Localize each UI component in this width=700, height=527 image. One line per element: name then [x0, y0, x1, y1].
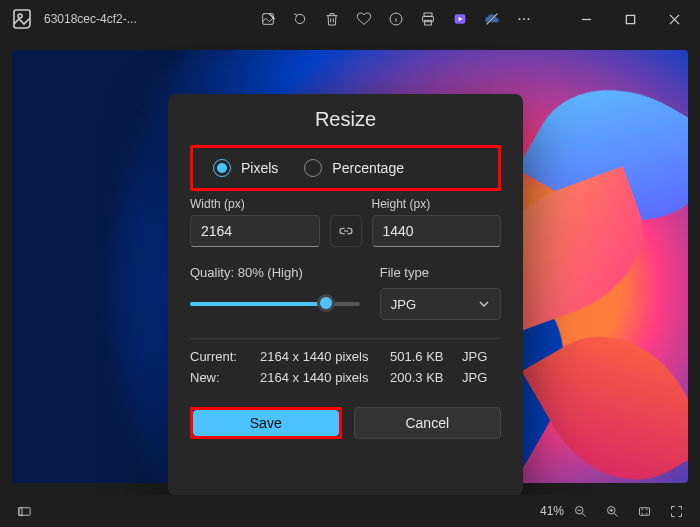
- status-bar: 41%: [0, 495, 700, 527]
- edit-image-icon[interactable]: [252, 3, 284, 35]
- unit-radio-group: Pixels Percentage: [190, 145, 501, 191]
- new-dims: 2164 x 1440 pixels: [260, 370, 390, 385]
- current-dims: 2164 x 1440 pixels: [260, 349, 390, 364]
- minimize-button[interactable]: [564, 3, 608, 35]
- size-info-grid: Current: 2164 x 1440 pixels 501.6 KB JPG…: [190, 349, 501, 385]
- current-fmt: JPG: [462, 349, 502, 364]
- radio-selected-icon: [213, 159, 231, 177]
- fit-to-window-icon[interactable]: [628, 497, 660, 525]
- link-aspect-button[interactable]: [330, 215, 362, 247]
- svg-point-0: [18, 14, 22, 18]
- new-fmt: JPG: [462, 370, 502, 385]
- image-viewport: Resize Pixels Percentage Width (px): [0, 38, 700, 495]
- app-icon: [10, 7, 34, 31]
- info-icon[interactable]: [380, 3, 412, 35]
- pixels-radio-label: Pixels: [241, 160, 278, 176]
- title-bar: 63018cec-4cf2-... ···: [0, 0, 700, 38]
- clipchamp-icon[interactable]: [444, 3, 476, 35]
- quality-slider[interactable]: [190, 294, 360, 314]
- width-input[interactable]: [190, 215, 320, 247]
- zoom-level-label: 41%: [540, 504, 564, 518]
- svg-rect-3: [424, 13, 432, 16]
- new-label: New:: [190, 370, 260, 385]
- fullscreen-icon[interactable]: [660, 497, 692, 525]
- filetype-select[interactable]: JPG: [380, 288, 501, 320]
- save-button-highlight: Save: [190, 407, 342, 439]
- cancel-button[interactable]: Cancel: [354, 407, 502, 439]
- save-button[interactable]: Save: [193, 410, 339, 436]
- width-label: Width (px): [190, 197, 320, 211]
- more-icon[interactable]: ···: [508, 3, 540, 35]
- delete-icon[interactable]: [316, 3, 348, 35]
- pixels-radio[interactable]: Pixels: [213, 159, 278, 177]
- filetype-value: JPG: [391, 297, 416, 312]
- print-icon[interactable]: [412, 3, 444, 35]
- current-label: Current:: [190, 349, 260, 364]
- favorite-icon[interactable]: [348, 3, 380, 35]
- zoom-in-icon[interactable]: [596, 497, 628, 525]
- radio-unselected-icon: [304, 159, 322, 177]
- divider: [190, 338, 501, 339]
- svg-rect-9: [18, 507, 21, 515]
- svg-rect-8: [18, 507, 29, 515]
- percentage-radio-label: Percentage: [332, 160, 404, 176]
- cloud-off-icon[interactable]: [476, 3, 508, 35]
- filename-label: 63018cec-4cf2-...: [44, 12, 137, 26]
- height-input[interactable]: [372, 215, 502, 247]
- rotate-icon[interactable]: [284, 3, 316, 35]
- new-size: 200.3 KB: [390, 370, 462, 385]
- chevron-down-icon: [478, 298, 490, 310]
- height-label: Height (px): [372, 197, 502, 211]
- dialog-title: Resize: [190, 108, 501, 131]
- maximize-button[interactable]: [608, 3, 652, 35]
- close-button[interactable]: [652, 3, 696, 35]
- filetype-label: File type: [380, 265, 501, 280]
- filmstrip-toggle-icon[interactable]: [8, 497, 40, 525]
- svg-rect-7: [626, 15, 634, 23]
- resize-dialog: Resize Pixels Percentage Width (px): [168, 94, 523, 496]
- zoom-out-icon[interactable]: [564, 497, 596, 525]
- svg-rect-5: [425, 20, 432, 25]
- quality-label: Quality: 80% (High): [190, 265, 360, 280]
- percentage-radio[interactable]: Percentage: [304, 159, 404, 177]
- svg-rect-12: [639, 507, 649, 515]
- current-size: 501.6 KB: [390, 349, 462, 364]
